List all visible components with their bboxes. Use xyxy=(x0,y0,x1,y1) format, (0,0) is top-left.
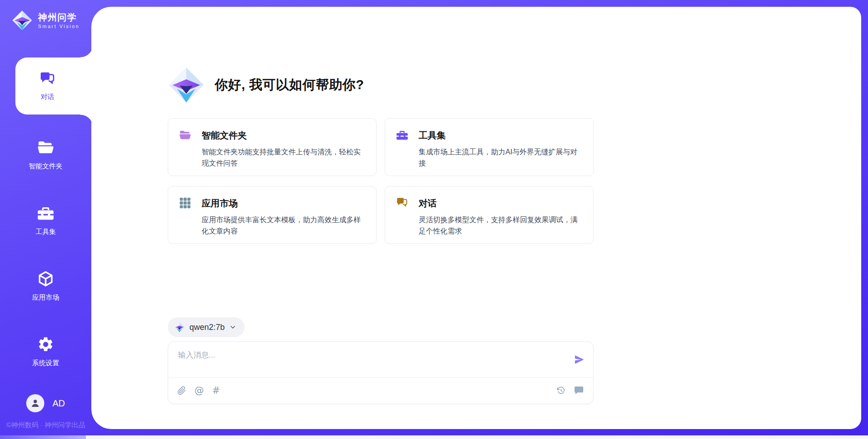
sidebar-item-label: 智能文件夹 xyxy=(29,162,63,171)
card-description: 集成市场上主流工具，助力AI与外界无缝扩展与对接 xyxy=(419,147,583,169)
gear-icon xyxy=(37,336,54,353)
toolbox-icon xyxy=(396,129,408,141)
history-icon xyxy=(557,386,566,395)
greeting: 你好, 我可以如何帮助你? xyxy=(168,66,364,104)
feature-cards: 智能文件夹 智能文件夹功能支持批量文件上传与清洗，轻松实现文件问答 工具集 集成… xyxy=(168,118,594,244)
toolbar-left: @ # xyxy=(177,385,220,396)
model-selector[interactable]: qwen2:7b xyxy=(168,317,245,337)
sidebar-item-label: 应用市场 xyxy=(32,293,59,302)
card-body: 智能文件夹 智能文件夹功能支持批量文件上传与清洗，轻松实现文件问答 xyxy=(202,129,366,176)
card-description: 应用市场提供丰富长文本模板，助力高效生成多样化文章内容 xyxy=(202,215,366,237)
sidebar-item-label: 系统设置 xyxy=(32,359,59,367)
folder-icon xyxy=(179,129,191,141)
sidebar-item-toolset[interactable]: 工具集 xyxy=(0,195,91,246)
send-icon xyxy=(573,353,585,366)
chat-icon xyxy=(396,197,408,209)
app-root: 神州问学 Smart Vision 对话 智能文件夹 工具集 应用市场 系统设置 xyxy=(0,0,868,439)
chat-icon xyxy=(39,71,56,87)
history-button[interactable] xyxy=(557,386,566,395)
sidebar-item-label: 工具集 xyxy=(36,228,56,236)
grid-icon xyxy=(179,197,191,209)
card-app-market[interactable]: 应用市场 应用市场提供丰富长文本模板，助力高效生成多样化文章内容 xyxy=(168,186,377,244)
cube-icon xyxy=(37,270,54,287)
toolbox-icon xyxy=(37,205,54,222)
sidebar-item-settings[interactable]: 系统设置 xyxy=(0,326,91,377)
copyright-text: ©神州数码 · 神州问学出品 xyxy=(6,421,85,429)
card-body: 工具集 集成市场上主流工具，助力AI与外界无缝扩展与对接 xyxy=(419,129,583,176)
chevron-down-icon xyxy=(229,324,236,331)
message-input-card: @ # xyxy=(168,341,594,404)
input-toolbar: @ # xyxy=(168,377,593,404)
feedback-button[interactable] xyxy=(574,385,584,396)
toolbar-right xyxy=(557,385,584,396)
user-icon xyxy=(30,398,41,409)
sidebar-item-chat[interactable]: 对话 xyxy=(15,57,93,115)
sidebar-item-label: 对话 xyxy=(41,93,54,101)
mention-button[interactable]: @ xyxy=(194,385,204,396)
greeting-title: 你好, 我可以如何帮助你? xyxy=(215,76,364,94)
card-body: 应用市场 应用市场提供丰富长文本模板，助力高效生成多样化文章内容 xyxy=(202,197,366,243)
card-body: 对话 灵活切换多模型文件，支持多样回复效果调试，满足个性化需求 xyxy=(419,197,583,243)
card-toolset[interactable]: 工具集 集成市场上主流工具，助力AI与外界无缝扩展与对接 xyxy=(385,118,594,176)
brand-text: 神州问学 Smart Vision xyxy=(38,12,80,29)
sidebar-item-smart-folder[interactable]: 智能文件夹 xyxy=(0,129,91,180)
user-name: AD xyxy=(52,398,65,409)
attach-button[interactable] xyxy=(177,386,186,395)
user-profile[interactable]: AD xyxy=(26,394,65,412)
card-smart-folder[interactable]: 智能文件夹 智能文件夹功能支持批量文件上传与清洗，轻松实现文件问答 xyxy=(168,118,377,176)
model-name: qwen2:7b xyxy=(189,323,225,332)
horizontal-scrollbar[interactable] xyxy=(0,435,868,439)
card-description: 灵活切换多模型文件，支持多样回复效果调试，满足个性化需求 xyxy=(419,215,583,237)
card-title: 工具集 xyxy=(419,129,583,142)
app-logo-icon xyxy=(168,66,205,104)
message-input[interactable] xyxy=(168,342,557,376)
topic-button[interactable]: # xyxy=(212,385,220,396)
brand-name: 神州问学 xyxy=(38,12,80,23)
tab-fillet-bottom xyxy=(80,115,93,127)
send-button[interactable] xyxy=(572,353,586,367)
sidebar-item-app-market[interactable]: 应用市场 xyxy=(0,261,91,311)
scrollbar-thumb[interactable] xyxy=(0,435,86,439)
model-logo-icon xyxy=(174,322,185,333)
card-title: 对话 xyxy=(419,197,583,210)
chat-bubble-icon xyxy=(574,385,584,396)
folder-icon xyxy=(37,139,54,156)
card-description: 智能文件夹功能支持批量文件上传与清洗，轻松实现文件问答 xyxy=(202,147,366,169)
tab-fillet-top xyxy=(80,45,93,57)
brand-logo: 神州问学 Smart Vision xyxy=(12,10,80,31)
avatar xyxy=(26,394,44,412)
brand-subtitle: Smart Vision xyxy=(38,24,80,29)
paperclip-icon xyxy=(177,386,186,395)
card-title: 智能文件夹 xyxy=(202,129,366,142)
brand-diamond-icon xyxy=(12,10,33,31)
card-chat[interactable]: 对话 灵活切换多模型文件，支持多样回复效果调试，满足个性化需求 xyxy=(385,186,594,244)
card-title: 应用市场 xyxy=(202,197,366,210)
